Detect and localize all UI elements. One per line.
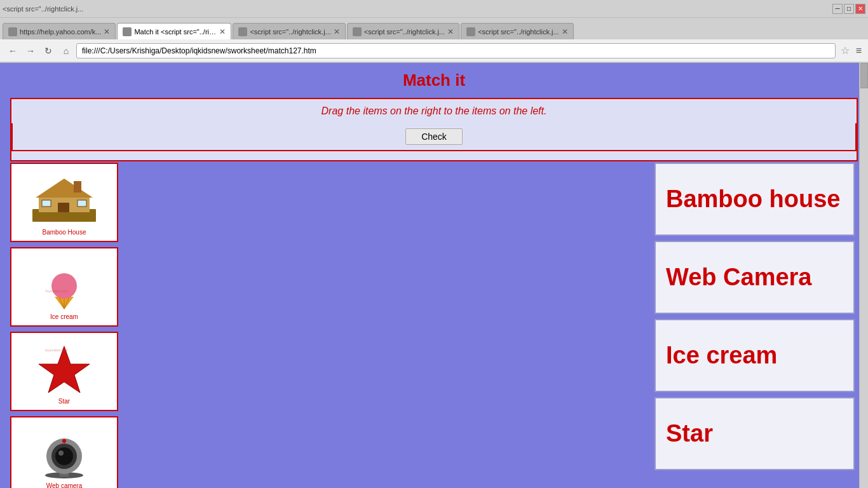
image-card-bamboo-house[interactable]: toysondoor.com Bamboo House	[10, 163, 118, 242]
svg-rect-5	[42, 200, 51, 207]
svg-text:toysondoor.com: toysondoor.com	[45, 348, 67, 352]
title-bar-text: <script src="../rightclick.j...	[3, 5, 83, 13]
ice-cream-label: Ice cream	[50, 313, 78, 320]
browser-chrome: <script src="../rightclick.j... ─ □ ✕ ht…	[0, 0, 868, 63]
close-button[interactable]: ✕	[855, 4, 865, 14]
tab-4-close[interactable]: ✕	[447, 27, 454, 36]
svg-text:Toysondoor.com: Toysondoor.com	[45, 289, 68, 293]
scrollbar[interactable]	[859, 62, 868, 488]
right-column: Bamboo house Web Camera Ice cream Star	[654, 163, 858, 488]
reload-button[interactable]: ↻	[41, 43, 56, 58]
check-button[interactable]: Check	[405, 128, 463, 145]
word-card-bamboo-house[interactable]: Bamboo house	[654, 163, 855, 236]
svg-text:toysondoor.com: toysondoor.com	[39, 217, 61, 221]
tab-2[interactable]: Match it <script src="../ric... ✕	[117, 23, 231, 39]
tab-4-favicon	[353, 27, 362, 36]
forward-button[interactable]: →	[23, 43, 38, 58]
tab-5-close[interactable]: ✕	[562, 27, 568, 36]
svg-point-20	[55, 447, 73, 465]
check-row: Check	[11, 123, 857, 151]
word-card-bamboo-house-text: Bamboo house	[666, 186, 840, 213]
svg-point-21	[58, 451, 64, 456]
tab-5-favicon	[466, 27, 475, 36]
tab-4-label: <script src="../rightclick.j...	[364, 28, 445, 36]
star-image: toysondoor.com	[23, 338, 105, 395]
back-button[interactable]: ←	[5, 43, 20, 58]
tab-3-favicon	[238, 27, 247, 36]
word-card-star[interactable]: Star	[654, 397, 855, 470]
word-card-ice-cream[interactable]: Ice cream	[654, 319, 855, 392]
tab-3-close[interactable]: ✕	[334, 27, 340, 36]
maximize-button[interactable]: □	[844, 4, 854, 14]
tab-1[interactable]: https://help.yahoo.com/k... ✕	[3, 23, 116, 39]
image-card-webcam[interactable]: toysondoor.com Web camera	[10, 416, 118, 488]
tab-2-favicon	[123, 27, 132, 36]
tab-3[interactable]: <script src="../rightclick.j... ✕	[233, 23, 345, 39]
matching-area: toysondoor.com Bamboo House	[10, 163, 858, 488]
minimize-button[interactable]: ─	[832, 4, 843, 14]
tabs-bar: https://help.yahoo.com/k... ✕ Match it <…	[0, 18, 868, 39]
word-card-ice-cream-text: Ice cream	[666, 342, 777, 369]
tab-1-label: https://help.yahoo.com/k...	[20, 28, 101, 36]
svg-point-22	[62, 439, 66, 443]
svg-point-12	[51, 273, 77, 299]
home-button[interactable]: ⌂	[58, 43, 74, 58]
tab-4[interactable]: <script src="../rightclick.j... ✕	[347, 23, 459, 39]
webcam-image: toysondoor.com	[23, 423, 105, 480]
tab-5[interactable]: <script src="../rightclick.j... ✕	[461, 23, 573, 39]
nav-bar: ← → ↻ ⌂ ☆ ≡	[0, 39, 868, 62]
word-card-star-text: Star	[666, 420, 713, 447]
svg-text:toysondoor.com: toysondoor.com	[39, 477, 61, 478]
tab-1-favicon	[8, 27, 17, 36]
bookmark-icon[interactable]: ☆	[838, 44, 852, 57]
svg-rect-3	[74, 181, 81, 193]
page-title: Match it	[10, 71, 858, 90]
ice-cream-image: Toysondoor.com	[23, 254, 105, 311]
svg-marker-14	[39, 346, 90, 393]
instruction-box: Drag the items on the right to the items…	[10, 98, 858, 161]
bamboo-house-image: toysondoor.com	[23, 169, 105, 226]
star-label: Star	[58, 398, 70, 405]
tab-2-close[interactable]: ✕	[219, 27, 226, 36]
scrollbar-thumb[interactable]	[860, 63, 868, 88]
address-bar[interactable]	[76, 43, 836, 58]
page-content: Match it Drag the items on the right to …	[0, 63, 868, 488]
tab-1-close[interactable]: ✕	[104, 27, 110, 36]
title-bar: <script src="../rightclick.j... ─ □ ✕	[0, 0, 868, 18]
settings-icon[interactable]: ≡	[855, 45, 863, 57]
instruction-text: Drag the items on the right to the items…	[11, 99, 857, 123]
svg-rect-6	[78, 200, 86, 207]
window-controls: ─ □ ✕	[832, 4, 865, 14]
svg-rect-4	[58, 203, 69, 212]
left-column: toysondoor.com Bamboo House	[10, 163, 182, 488]
word-card-web-camera-text: Web Camera	[666, 264, 812, 291]
word-card-web-camera[interactable]: Web Camera	[654, 241, 855, 314]
image-card-ice-cream[interactable]: Toysondoor.com Ice cream	[10, 247, 118, 327]
tab-3-label: <script src="../rightclick.j...	[250, 28, 330, 36]
bamboo-house-label: Bamboo House	[43, 229, 86, 236]
svg-marker-2	[36, 179, 93, 198]
tab-5-label: <script src="../rightclick.j...	[478, 28, 559, 36]
webcam-label: Web camera	[46, 482, 83, 488]
tab-2-label: Match it <script src="../ric...	[134, 28, 217, 36]
image-card-star[interactable]: toysondoor.com Star	[10, 332, 118, 411]
